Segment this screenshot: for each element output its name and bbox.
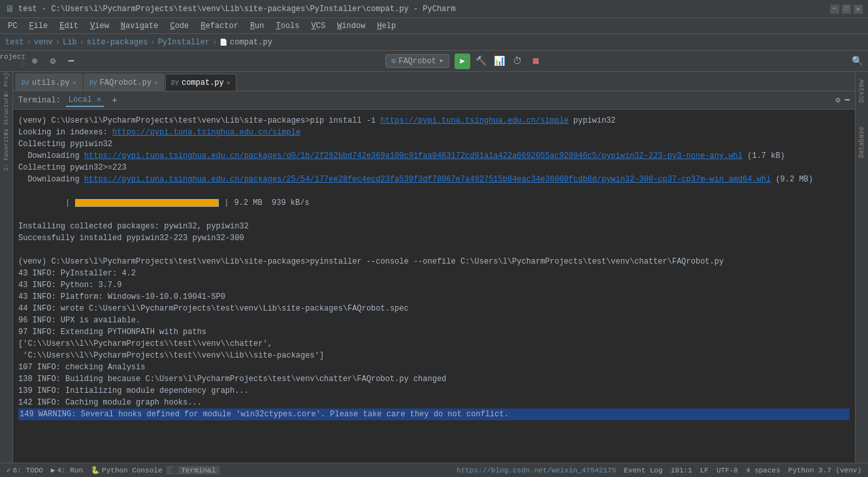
- maximize-button[interactable]: □: [842, 5, 851, 14]
- breadcrumb-sep-1: ›: [27, 38, 31, 47]
- status-todo[interactable]: ✓ 6: TODO: [3, 466, 47, 474]
- menu-vcs[interactable]: VCS: [306, 20, 331, 32]
- link-pypi-1[interactable]: https://pypi.tuna.tsinghua.edu.cn/simple: [381, 116, 569, 125]
- toolbar-sep-1: [22, 55, 23, 68]
- main-layout: 1: Project 7: Structure 2: Favorites py …: [0, 72, 868, 463]
- term-line-17: 'C:\\Users\\l\\PycharmProjects\\test\\ve…: [18, 350, 850, 362]
- tab-faqrobot-py[interactable]: py FAQrobot.py ✕: [84, 74, 164, 91]
- term-line-18: 107 INFO: checking Analysis: [18, 362, 850, 373]
- tab-close-utils[interactable]: ✕: [72, 79, 76, 87]
- breadcrumb-lib[interactable]: Lib: [63, 38, 77, 47]
- term-line-16: ['C:\\Users\\l\\PycharmProjects\\test\\v…: [18, 338, 850, 350]
- term-line-19: 138 INFO: Building because C:\Users\l\Py…: [18, 373, 850, 385]
- breadcrumb-test[interactable]: test: [5, 38, 24, 47]
- breadcrumb-icon: 📄: [219, 38, 227, 46]
- faq-robot-icon: ⚙: [391, 56, 396, 66]
- stop-button[interactable]: ⏹: [528, 54, 543, 69]
- charset-label: UTF-8: [716, 467, 738, 474]
- sidebar-favorites-icon[interactable]: 2: Favorites: [1, 145, 12, 155]
- menu-edit[interactable]: Edit: [54, 20, 84, 32]
- menu-run[interactable]: Run: [245, 20, 270, 32]
- terminal-add-button[interactable]: +: [112, 95, 117, 106]
- status-terminal[interactable]: ⬛ Terminal: [167, 466, 220, 474]
- breadcrumb-sep-4: ›: [150, 38, 155, 47]
- python-console-label: Python Console: [102, 467, 162, 474]
- term-line-4: Downloading https://pypi.tuna.tsinghua.e…: [18, 150, 850, 162]
- tab-close-faqrobot[interactable]: ✕: [154, 79, 158, 87]
- status-position[interactable]: 191:1: [667, 467, 696, 474]
- left-sidebar: 1: Project 7: Structure 2: Favorites: [0, 72, 13, 463]
- tab-label-compat: compat.py: [182, 78, 224, 87]
- python-version-label: Python 3.7 (venv): [788, 467, 861, 474]
- breadcrumb-venv[interactable]: venv: [34, 38, 53, 47]
- breadcrumb-site-packages[interactable]: site-packages: [87, 38, 148, 47]
- faq-robot-button[interactable]: ⚙ FAQrobot ▾: [385, 54, 449, 68]
- menubar: PC File Edit View Navigate Code Refactor…: [0, 18, 868, 34]
- collapse-button[interactable]: ━: [63, 54, 79, 69]
- status-event-log[interactable]: Event Log: [620, 467, 666, 474]
- link-pypi-2[interactable]: https://pypi.tuna.tsinghua.edu.cn/simple: [112, 128, 300, 137]
- status-python-version[interactable]: Python 3.7 (venv): [784, 467, 865, 474]
- terminal-local-tab[interactable]: Local ✕: [66, 93, 104, 107]
- run-button[interactable]: ▶: [455, 54, 470, 69]
- lf-label: LF: [700, 467, 709, 474]
- sidebar-structure-icon[interactable]: 7: Structure: [1, 110, 12, 120]
- menu-window[interactable]: Window: [332, 20, 370, 32]
- term-line-blank: [18, 244, 850, 256]
- status-lf[interactable]: LF: [696, 467, 713, 474]
- terminal-header: Terminal: Local ✕ + ⚙ ━: [13, 91, 855, 110]
- terminal-content[interactable]: (venv) C:\Users\l\PycharmProjects\test\v…: [13, 110, 855, 463]
- status-link[interactable]: https://blog.csdn.net/weixin_47542175: [453, 467, 620, 474]
- indent-label: 4 spaces: [746, 467, 780, 474]
- settings-button[interactable]: ⚙: [45, 54, 61, 69]
- titlebar-controls: ─ □ ✕: [830, 5, 863, 14]
- menu-code[interactable]: Code: [165, 20, 194, 32]
- status-run[interactable]: ▶ 4: Run: [47, 466, 87, 474]
- breadcrumb-pyinstaller[interactable]: PyInstaller: [158, 38, 210, 47]
- status-python-console[interactable]: 🐍 Python Console: [87, 466, 166, 474]
- menu-file[interactable]: File: [24, 20, 53, 32]
- coverage-button[interactable]: 📊: [491, 54, 507, 69]
- term-line-5: Collecting pywin32>=223: [18, 162, 850, 174]
- term-line-progress: || 9.2 MB 939 kB/s: [18, 185, 850, 221]
- tab-icon-compat: py: [171, 79, 179, 86]
- tab-utils-py[interactable]: py utils.py ✕: [16, 74, 82, 91]
- search-everywhere-button[interactable]: 🔍: [850, 54, 865, 69]
- download-progress-bar: [75, 199, 219, 207]
- menu-help[interactable]: Help: [372, 20, 401, 32]
- terminal-settings-icon[interactable]: ⚙ ━: [835, 95, 850, 105]
- todo-icon: ✓: [7, 466, 11, 474]
- menu-view[interactable]: View: [85, 20, 114, 32]
- term-line-13: 44 INFO: wrote C:\Users\l\PycharmProject…: [18, 303, 850, 315]
- status-charset[interactable]: UTF-8: [713, 467, 742, 474]
- menu-navigate[interactable]: Navigate: [116, 20, 164, 32]
- terminal-container: Terminal: Local ✕ + ⚙ ━ (venv) C:\Users\…: [13, 91, 855, 463]
- breadcrumb-sep-2: ›: [56, 38, 60, 47]
- menu-tools[interactable]: Tools: [271, 20, 305, 32]
- sidebar-scview-label[interactable]: Scview: [857, 74, 867, 108]
- build-button[interactable]: 🔨: [473, 54, 489, 69]
- link-pywin32-dl[interactable]: https://pypi.tuna.tsinghua.edu.cn/packag…: [84, 175, 771, 184]
- menu-pc[interactable]: PC: [3, 20, 22, 32]
- close-button[interactable]: ✕: [854, 5, 863, 14]
- tab-compat-py[interactable]: py compat.py ✕: [165, 74, 236, 91]
- sidebar-database-label[interactable]: Database: [857, 121, 867, 163]
- new-button[interactable]: ⊕: [27, 54, 42, 69]
- position-label: 191:1: [671, 467, 692, 474]
- status-indent[interactable]: 4 spaces: [742, 467, 784, 474]
- link-pypiwin32-dl[interactable]: https://pypi.tuna.tsinghua.edu.cn/packag…: [84, 151, 743, 161]
- term-line-20: 139 INFO: Initializing module dependency…: [18, 385, 850, 397]
- editor-area: py utils.py ✕ py FAQrobot.py ✕ py compat…: [13, 72, 855, 463]
- tab-close-compat[interactable]: ✕: [227, 79, 231, 87]
- term-line-7: Installing collected packages: pywin32, …: [18, 221, 850, 232]
- faq-robot-label: FAQrobot: [398, 57, 436, 66]
- menu-refactor[interactable]: Refactor: [195, 20, 244, 32]
- term-line-9: (venv) C:\Users\l\PycharmProjects\test\v…: [18, 256, 850, 268]
- sidebar-project-icon[interactable]: 1: Project: [1, 74, 12, 85]
- breadcrumb-file[interactable]: compat.py: [230, 38, 272, 47]
- term-line-8: Successfully installed pypiwin32-223 pyw…: [18, 232, 850, 244]
- profile-button[interactable]: ⏱: [509, 54, 525, 69]
- terminal-label: Terminal:: [18, 96, 61, 105]
- minimize-button[interactable]: ─: [830, 5, 839, 14]
- project-toggle-button[interactable]: Project ▾: [3, 54, 18, 69]
